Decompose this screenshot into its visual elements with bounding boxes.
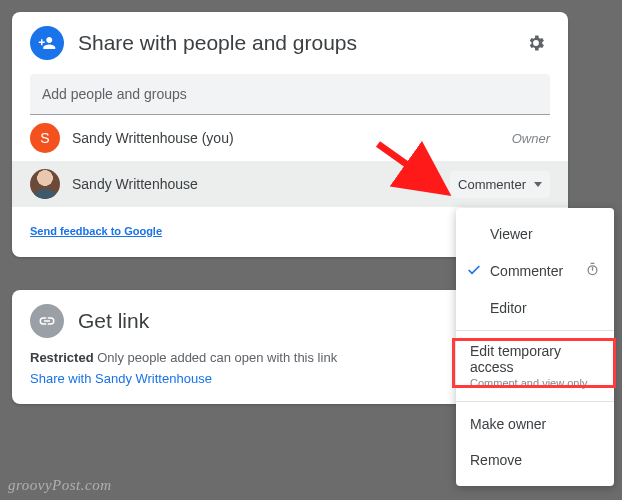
add-people-placeholder: Add people and groups bbox=[42, 86, 187, 102]
menu-item-commenter[interactable]: Commenter bbox=[456, 252, 614, 290]
menu-divider bbox=[456, 330, 614, 331]
menu-divider bbox=[456, 401, 614, 402]
menu-item-remove[interactable]: Remove bbox=[456, 442, 614, 478]
settings-button[interactable] bbox=[522, 29, 550, 57]
get-link-title: Get link bbox=[78, 309, 149, 333]
person-row: Sandy Writtenhouse Commenter bbox=[12, 161, 568, 207]
role-menu: Viewer Commenter Editor Edit temporary a… bbox=[456, 208, 614, 486]
chevron-down-icon bbox=[534, 182, 542, 187]
menu-item-label: Commenter bbox=[490, 263, 563, 279]
add-people-input[interactable]: Add people and groups bbox=[30, 74, 550, 115]
menu-item-make-owner[interactable]: Make owner bbox=[456, 406, 614, 442]
share-dialog-title: Share with people and groups bbox=[78, 31, 522, 55]
link-icon bbox=[30, 304, 64, 338]
menu-item-label: Edit temporary access bbox=[470, 343, 600, 375]
restricted-label: Restricted bbox=[30, 350, 94, 365]
avatar bbox=[30, 169, 60, 199]
share-dialog-header: Share with people and groups bbox=[12, 12, 568, 70]
menu-item-label: Remove bbox=[470, 452, 522, 468]
person-row-owner: S Sandy Writtenhouse (you) Owner bbox=[12, 115, 568, 161]
menu-item-edit-temporary-access[interactable]: Edit temporary access Comment and view o… bbox=[456, 335, 614, 397]
menu-item-label: Editor bbox=[490, 300, 527, 316]
role-dropdown-label: Commenter bbox=[458, 177, 526, 192]
watermark: groovyPost.com bbox=[8, 477, 112, 494]
timer-icon bbox=[428, 176, 444, 192]
menu-item-label: Make owner bbox=[470, 416, 546, 432]
menu-item-editor[interactable]: Editor bbox=[456, 290, 614, 326]
check-icon bbox=[466, 262, 482, 281]
role-label-owner: Owner bbox=[512, 131, 550, 146]
restricted-description: Only people added can open with this lin… bbox=[94, 350, 338, 365]
menu-item-label: Viewer bbox=[490, 226, 533, 242]
feedback-link[interactable]: Send feedback to Google bbox=[30, 225, 162, 237]
menu-item-sublabel: Comment and view only bbox=[470, 377, 600, 389]
person-name: Sandy Writtenhouse bbox=[72, 176, 428, 192]
share-people-icon bbox=[30, 26, 64, 60]
timer-icon bbox=[585, 262, 600, 280]
role-dropdown[interactable]: Commenter bbox=[450, 171, 550, 198]
person-name: Sandy Writtenhouse (you) bbox=[72, 130, 512, 146]
gear-icon bbox=[526, 33, 546, 53]
avatar: S bbox=[30, 123, 60, 153]
menu-item-viewer[interactable]: Viewer bbox=[456, 216, 614, 252]
